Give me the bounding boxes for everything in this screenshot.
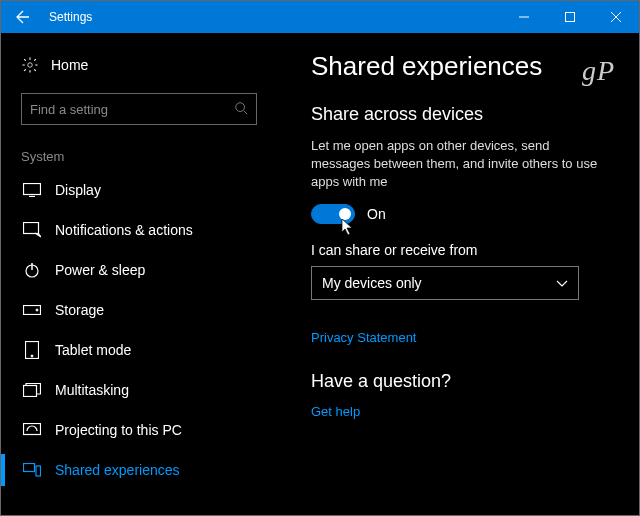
svg-rect-16: [24, 386, 37, 397]
share-from-dropdown[interactable]: My devices only: [311, 266, 579, 300]
section-subtitle: Share across devices: [311, 104, 615, 125]
svg-point-5: [236, 102, 245, 111]
window-title: Settings: [45, 10, 501, 24]
svg-rect-17: [24, 424, 41, 435]
sidebar-item-label: Projecting to this PC: [55, 422, 182, 438]
share-from-label: I can share or receive from: [311, 242, 615, 258]
sidebar-item-multitasking[interactable]: Multitasking: [21, 370, 271, 410]
minimize-button[interactable]: [501, 1, 547, 33]
dropdown-value: My devices only: [322, 275, 422, 291]
chevron-down-icon: [556, 275, 568, 291]
sidebar-item-label: Display: [55, 182, 101, 198]
search-box[interactable]: [21, 93, 257, 125]
search-input[interactable]: [30, 102, 234, 117]
privacy-link[interactable]: Privacy Statement: [311, 330, 615, 345]
gear-icon: [21, 56, 39, 74]
page-title: Shared experiences: [311, 51, 615, 82]
svg-rect-18: [24, 464, 35, 472]
back-button[interactable]: [1, 1, 45, 33]
sidebar-item-projecting[interactable]: Projecting to this PC: [21, 410, 271, 450]
sidebar-item-label: Notifications & actions: [55, 222, 193, 238]
search-icon: [234, 101, 248, 118]
svg-point-13: [36, 309, 38, 311]
description-text: Let me open apps on other devices, send …: [311, 137, 611, 192]
multitasking-icon: [23, 381, 41, 399]
sidebar-item-label: Tablet mode: [55, 342, 131, 358]
svg-line-6: [244, 110, 248, 114]
titlebar: Settings: [1, 1, 639, 33]
storage-icon: [23, 301, 41, 319]
display-icon: [23, 181, 41, 199]
home-label: Home: [51, 57, 88, 73]
maximize-button[interactable]: [547, 1, 593, 33]
notifications-icon: [23, 221, 41, 239]
svg-rect-7: [24, 184, 41, 195]
home-nav[interactable]: Home: [21, 47, 271, 83]
sidebar: Home System Display Notifications & acti…: [1, 33, 281, 515]
sidebar-item-power[interactable]: Power & sleep: [21, 250, 271, 290]
power-icon: [23, 261, 41, 279]
shared-icon: [23, 461, 41, 479]
get-help-link[interactable]: Get help: [311, 404, 360, 419]
sidebar-item-shared-experiences[interactable]: Shared experiences: [21, 450, 271, 490]
svg-rect-19: [36, 466, 41, 476]
svg-rect-9: [24, 223, 39, 234]
projecting-icon: [23, 421, 41, 439]
svg-point-4: [28, 63, 33, 68]
window-controls: [501, 1, 639, 33]
tablet-icon: [23, 341, 41, 359]
sidebar-item-storage[interactable]: Storage: [21, 290, 271, 330]
mouse-cursor-icon: [341, 218, 355, 236]
toggle-state-label: On: [367, 206, 386, 222]
sidebar-item-tablet[interactable]: Tablet mode: [21, 330, 271, 370]
sidebar-item-display[interactable]: Display: [21, 170, 271, 210]
sidebar-item-label: Multitasking: [55, 382, 129, 398]
question-heading: Have a question?: [311, 371, 615, 392]
svg-rect-1: [566, 13, 575, 22]
watermark: gP: [582, 55, 615, 87]
section-label: System: [21, 149, 271, 164]
svg-point-15: [31, 355, 33, 357]
sidebar-item-label: Storage: [55, 302, 104, 318]
close-button[interactable]: [593, 1, 639, 33]
sidebar-item-label: Shared experiences: [55, 462, 180, 478]
main-content: gP Shared experiences Share across devic…: [281, 33, 639, 515]
sidebar-item-notifications[interactable]: Notifications & actions: [21, 210, 271, 250]
sidebar-item-label: Power & sleep: [55, 262, 145, 278]
